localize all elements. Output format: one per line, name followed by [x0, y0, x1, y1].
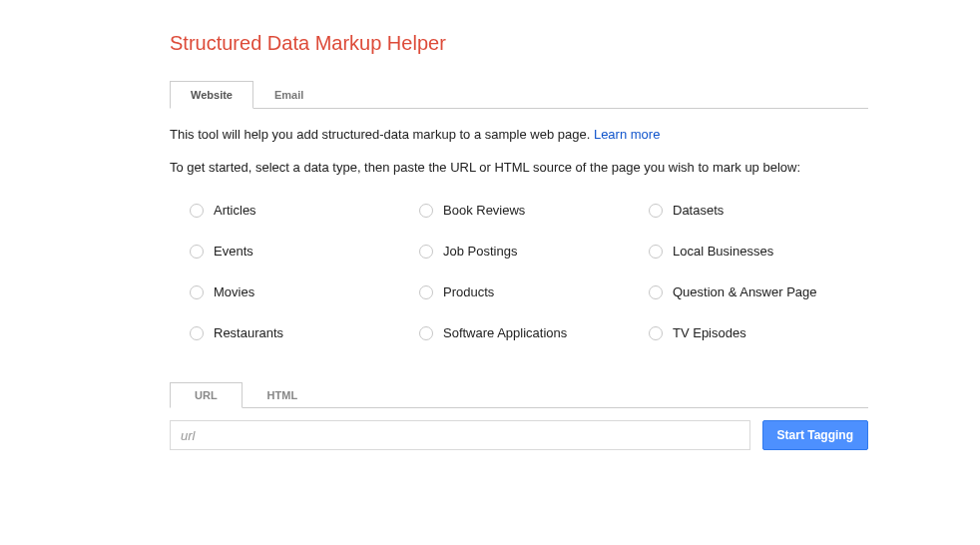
radio-label: Software Applications	[443, 325, 567, 340]
radio-movies[interactable]: Movies	[190, 284, 409, 299]
radio-label: Question & Answer Page	[673, 284, 817, 299]
radio-label: Articles	[214, 203, 256, 218]
radio-label: Events	[214, 244, 253, 259]
radio-job-postings[interactable]: Job Postings	[419, 244, 639, 259]
radio-label: Movies	[214, 284, 254, 299]
radio-icon	[190, 245, 204, 259]
radio-label: Restaurants	[214, 325, 283, 340]
learn-more-link[interactable]: Learn more	[594, 127, 660, 142]
radio-label: Local Businesses	[673, 244, 773, 259]
radio-articles[interactable]: Articles	[190, 203, 409, 218]
radio-icon	[649, 245, 663, 259]
input-mode-tabs: URL HTML	[170, 380, 868, 408]
radio-icon	[190, 285, 204, 299]
tab-url[interactable]: URL	[170, 382, 243, 408]
radio-local-businesses[interactable]: Local Businesses	[649, 244, 868, 259]
radio-icon	[190, 326, 204, 340]
radio-label: TV Episodes	[673, 325, 746, 340]
tab-email[interactable]: Email	[253, 81, 324, 109]
radio-icon	[419, 285, 433, 299]
radio-icon	[419, 204, 433, 218]
radio-products[interactable]: Products	[419, 284, 639, 299]
radio-icon	[190, 204, 204, 218]
radio-icon	[419, 245, 433, 259]
main-container: Structured Data Markup Helper Website Em…	[170, 32, 868, 450]
instructions-text: To get started, select a data type, then…	[170, 160, 868, 175]
radio-label: Datasets	[673, 203, 724, 218]
data-type-grid: Articles Book Reviews Datasets Events Jo…	[170, 203, 868, 340]
radio-events[interactable]: Events	[190, 244, 409, 259]
radio-tv-episodes[interactable]: TV Episodes	[649, 325, 868, 340]
tab-html[interactable]: HTML	[243, 382, 323, 408]
radio-label: Job Postings	[443, 244, 517, 259]
radio-label: Book Reviews	[443, 203, 525, 218]
radio-book-reviews[interactable]: Book Reviews	[419, 203, 639, 218]
intro-text: This tool will help you add structured-d…	[170, 127, 868, 142]
radio-software-applications[interactable]: Software Applications	[419, 325, 639, 340]
radio-icon	[649, 285, 663, 299]
tab-website[interactable]: Website	[170, 81, 253, 109]
radio-qa-page[interactable]: Question & Answer Page	[649, 284, 868, 299]
page-title: Structured Data Markup Helper	[170, 32, 868, 55]
intro-body: This tool will help you add structured-d…	[170, 127, 594, 142]
start-tagging-button[interactable]: Start Tagging	[762, 420, 868, 450]
top-tabs: Website Email	[170, 79, 868, 109]
input-row: Start Tagging	[170, 420, 868, 450]
radio-icon	[419, 326, 433, 340]
radio-restaurants[interactable]: Restaurants	[190, 325, 409, 340]
radio-label: Products	[443, 284, 494, 299]
url-input[interactable]	[170, 420, 750, 450]
radio-icon	[649, 326, 663, 340]
radio-datasets[interactable]: Datasets	[649, 203, 868, 218]
radio-icon	[649, 204, 663, 218]
